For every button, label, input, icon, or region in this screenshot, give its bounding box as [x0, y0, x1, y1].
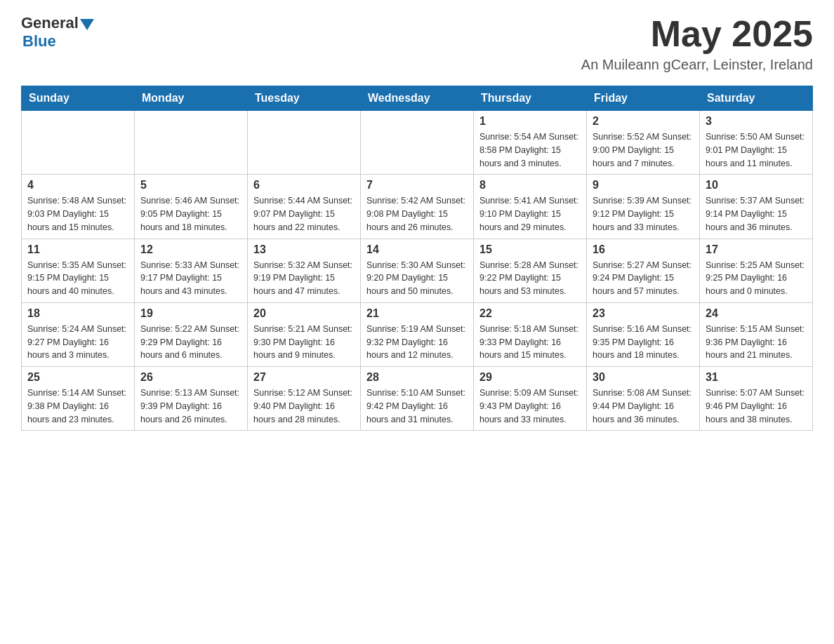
calendar-cell: 31Sunrise: 5:07 AM Sunset: 9:46 PM Dayli… [700, 367, 813, 431]
day-info: Sunrise: 5:25 AM Sunset: 9:25 PM Dayligh… [706, 259, 807, 298]
day-number: 6 [253, 179, 355, 192]
day-number: 1 [479, 115, 581, 128]
calendar-cell: 24Sunrise: 5:15 AM Sunset: 9:36 PM Dayli… [700, 302, 813, 366]
day-info: Sunrise: 5:18 AM Sunset: 9:33 PM Dayligh… [479, 323, 581, 362]
day-number: 18 [27, 307, 128, 320]
calendar-cell: 10Sunrise: 5:37 AM Sunset: 9:14 PM Dayli… [700, 175, 813, 239]
calendar-cell: 12Sunrise: 5:33 AM Sunset: 9:17 PM Dayli… [135, 239, 248, 302]
day-info: Sunrise: 5:22 AM Sunset: 9:29 PM Dayligh… [140, 323, 241, 362]
day-number: 11 [27, 243, 128, 256]
calendar-cell: 19Sunrise: 5:22 AM Sunset: 9:29 PM Dayli… [135, 302, 248, 366]
calendar-cell: 1Sunrise: 5:54 AM Sunset: 8:58 PM Daylig… [474, 111, 587, 175]
calendar-cell: 21Sunrise: 5:19 AM Sunset: 9:32 PM Dayli… [361, 302, 474, 366]
day-number: 14 [366, 243, 468, 256]
calendar-cell: 25Sunrise: 5:14 AM Sunset: 9:38 PM Dayli… [22, 367, 135, 431]
col-header-saturday: Saturday [700, 86, 813, 111]
calendar-cell: 28Sunrise: 5:10 AM Sunset: 9:42 PM Dayli… [361, 367, 474, 431]
calendar-cell: 27Sunrise: 5:12 AM Sunset: 9:40 PM Dayli… [248, 367, 361, 431]
day-number: 27 [253, 371, 355, 384]
day-number: 13 [253, 243, 355, 256]
calendar-cell [22, 111, 135, 175]
day-number: 2 [593, 115, 694, 128]
calendar-cell: 15Sunrise: 5:28 AM Sunset: 9:22 PM Dayli… [474, 239, 587, 302]
calendar-cell: 5Sunrise: 5:46 AM Sunset: 9:05 PM Daylig… [135, 175, 248, 239]
day-number: 9 [593, 179, 694, 192]
logo-triangle-icon [80, 19, 94, 30]
day-info: Sunrise: 5:39 AM Sunset: 9:12 PM Dayligh… [593, 194, 694, 234]
day-number: 4 [27, 179, 128, 192]
day-info: Sunrise: 5:42 AM Sunset: 9:08 PM Dayligh… [366, 194, 468, 234]
day-info: Sunrise: 5:13 AM Sunset: 9:39 PM Dayligh… [140, 387, 241, 426]
calendar-cell: 23Sunrise: 5:16 AM Sunset: 9:35 PM Dayli… [587, 302, 700, 366]
calendar-week-row: 11Sunrise: 5:35 AM Sunset: 9:15 PM Dayli… [22, 239, 813, 302]
day-info: Sunrise: 5:07 AM Sunset: 9:46 PM Dayligh… [706, 387, 807, 426]
page-header: General Blue May 2025 An Muileann gCearr… [21, 14, 813, 73]
day-number: 8 [479, 179, 581, 192]
day-info: Sunrise: 5:16 AM Sunset: 9:35 PM Dayligh… [593, 323, 694, 362]
calendar-cell: 22Sunrise: 5:18 AM Sunset: 9:33 PM Dayli… [474, 302, 587, 366]
calendar-cell: 11Sunrise: 5:35 AM Sunset: 9:15 PM Dayli… [22, 239, 135, 302]
day-number: 3 [706, 115, 807, 128]
day-info: Sunrise: 5:12 AM Sunset: 9:40 PM Dayligh… [253, 387, 355, 426]
day-info: Sunrise: 5:21 AM Sunset: 9:30 PM Dayligh… [253, 323, 355, 362]
day-info: Sunrise: 5:41 AM Sunset: 9:10 PM Dayligh… [479, 194, 581, 234]
day-number: 24 [706, 307, 807, 320]
logo: General Blue [21, 14, 94, 51]
day-number: 7 [366, 179, 468, 192]
day-info: Sunrise: 5:35 AM Sunset: 9:15 PM Dayligh… [27, 259, 128, 298]
month-year-title: May 2025 [581, 14, 813, 54]
calendar-cell [361, 111, 474, 175]
col-header-friday: Friday [587, 86, 700, 111]
day-info: Sunrise: 5:19 AM Sunset: 9:32 PM Dayligh… [366, 323, 468, 362]
day-number: 30 [593, 371, 694, 384]
day-number: 22 [479, 307, 581, 320]
calendar-cell [248, 111, 361, 175]
calendar-cell: 20Sunrise: 5:21 AM Sunset: 9:30 PM Dayli… [248, 302, 361, 366]
day-info: Sunrise: 5:10 AM Sunset: 9:42 PM Dayligh… [366, 387, 468, 426]
title-block: May 2025 An Muileann gCearr, Leinster, I… [581, 14, 813, 73]
calendar-cell: 16Sunrise: 5:27 AM Sunset: 9:24 PM Dayli… [587, 239, 700, 302]
col-header-monday: Monday [135, 86, 248, 111]
calendar-cell: 26Sunrise: 5:13 AM Sunset: 9:39 PM Dayli… [135, 367, 248, 431]
day-number: 20 [253, 307, 355, 320]
day-info: Sunrise: 5:33 AM Sunset: 9:17 PM Dayligh… [140, 259, 241, 298]
calendar-header-row: SundayMondayTuesdayWednesdayThursdayFrid… [22, 86, 813, 111]
calendar-table: SundayMondayTuesdayWednesdayThursdayFrid… [21, 86, 813, 431]
calendar-cell: 13Sunrise: 5:32 AM Sunset: 9:19 PM Dayli… [248, 239, 361, 302]
day-info: Sunrise: 5:54 AM Sunset: 8:58 PM Dayligh… [479, 130, 581, 170]
calendar-cell: 2Sunrise: 5:52 AM Sunset: 9:00 PM Daylig… [587, 111, 700, 175]
calendar-week-row: 18Sunrise: 5:24 AM Sunset: 9:27 PM Dayli… [22, 302, 813, 366]
day-number: 29 [479, 371, 581, 384]
day-info: Sunrise: 5:52 AM Sunset: 9:00 PM Dayligh… [593, 130, 694, 170]
day-info: Sunrise: 5:32 AM Sunset: 9:19 PM Dayligh… [253, 259, 355, 298]
logo-text-blue: Blue [22, 32, 56, 51]
calendar-cell: 7Sunrise: 5:42 AM Sunset: 9:08 PM Daylig… [361, 175, 474, 239]
day-number: 26 [140, 371, 241, 384]
location-subtitle: An Muileann gCearr, Leinster, Ireland [581, 57, 813, 73]
day-number: 5 [140, 179, 241, 192]
day-info: Sunrise: 5:50 AM Sunset: 9:01 PM Dayligh… [706, 130, 807, 170]
day-info: Sunrise: 5:08 AM Sunset: 9:44 PM Dayligh… [593, 387, 694, 426]
calendar-cell [135, 111, 248, 175]
day-number: 12 [140, 243, 241, 256]
calendar-cell: 3Sunrise: 5:50 AM Sunset: 9:01 PM Daylig… [700, 111, 813, 175]
day-number: 17 [706, 243, 807, 256]
calendar-cell: 8Sunrise: 5:41 AM Sunset: 9:10 PM Daylig… [474, 175, 587, 239]
col-header-thursday: Thursday [474, 86, 587, 111]
col-header-wednesday: Wednesday [361, 86, 474, 111]
day-info: Sunrise: 5:30 AM Sunset: 9:20 PM Dayligh… [366, 259, 468, 298]
logo-text-general: General [21, 14, 79, 32]
day-info: Sunrise: 5:48 AM Sunset: 9:03 PM Dayligh… [27, 194, 128, 234]
col-header-sunday: Sunday [22, 86, 135, 111]
day-number: 15 [479, 243, 581, 256]
day-number: 21 [366, 307, 468, 320]
calendar-week-row: 4Sunrise: 5:48 AM Sunset: 9:03 PM Daylig… [22, 175, 813, 239]
calendar-cell: 29Sunrise: 5:09 AM Sunset: 9:43 PM Dayli… [474, 367, 587, 431]
calendar-cell: 4Sunrise: 5:48 AM Sunset: 9:03 PM Daylig… [22, 175, 135, 239]
day-info: Sunrise: 5:37 AM Sunset: 9:14 PM Dayligh… [706, 194, 807, 234]
day-number: 28 [366, 371, 468, 384]
day-number: 10 [706, 179, 807, 192]
calendar-cell: 17Sunrise: 5:25 AM Sunset: 9:25 PM Dayli… [700, 239, 813, 302]
calendar-cell: 9Sunrise: 5:39 AM Sunset: 9:12 PM Daylig… [587, 175, 700, 239]
day-info: Sunrise: 5:46 AM Sunset: 9:05 PM Dayligh… [140, 194, 241, 234]
